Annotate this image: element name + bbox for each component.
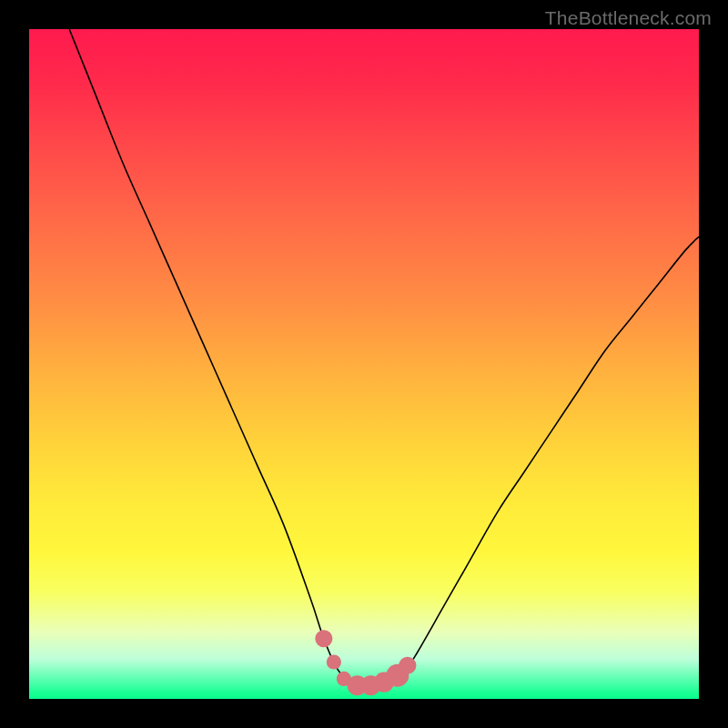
valley-markers bbox=[315, 630, 416, 695]
valley-marker bbox=[315, 630, 332, 647]
plot-area bbox=[29, 29, 699, 699]
valley-marker bbox=[327, 654, 341, 669]
chart-stage: TheBottleneck.com bbox=[0, 0, 728, 728]
marker-layer bbox=[29, 29, 699, 699]
watermark-text: TheBottleneck.com bbox=[545, 7, 712, 29]
valley-marker bbox=[399, 657, 416, 674]
